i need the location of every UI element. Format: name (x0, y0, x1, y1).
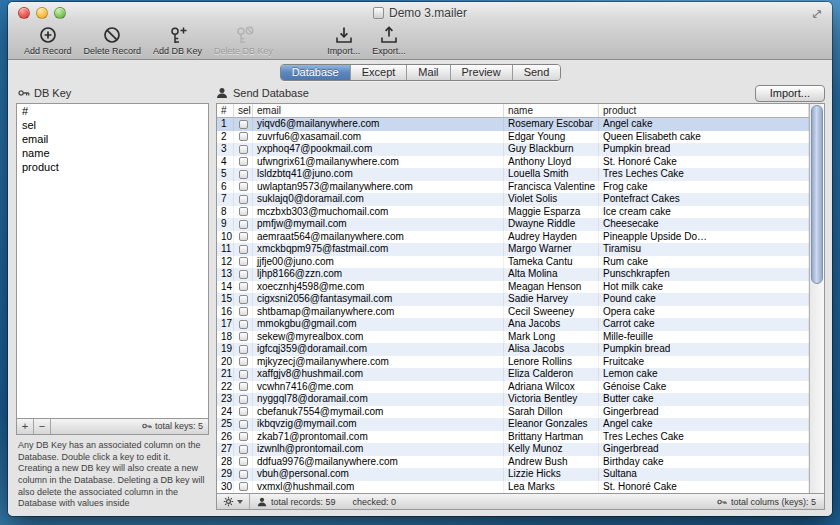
add-record-button[interactable]: Add Record (18, 25, 78, 56)
row-checkbox[interactable] (239, 232, 248, 241)
delete-record-button[interactable]: Delete Record (78, 25, 148, 56)
row-checkbox[interactable] (239, 407, 248, 416)
column-header-num[interactable]: # (217, 104, 234, 117)
delete-db-key-button[interactable]: Delete DB Key (208, 25, 279, 56)
tab-database[interactable]: Database (281, 65, 351, 80)
db-key-item[interactable]: product (17, 160, 208, 174)
row-checkbox[interactable] (239, 132, 248, 141)
table-row[interactable]: 17mmokgbu@gmail.comAna JacobsCarrot cake (217, 318, 809, 331)
row-checkbox[interactable] (239, 395, 248, 404)
row-checkbox[interactable] (239, 345, 248, 354)
column-header-sel[interactable]: sel (234, 104, 253, 117)
row-checkbox[interactable] (239, 432, 248, 441)
minimize-button[interactable] (36, 7, 48, 19)
table-row[interactable]: 14xoecznhj4598@me.comMeagan HensonHot mi… (217, 281, 809, 294)
actions-menu-button[interactable] (217, 494, 250, 509)
person-icon (216, 87, 228, 99)
table-row[interactable]: 25ikbqvzig@mymail.comEleanor GonzalesAng… (217, 418, 809, 431)
table-row[interactable]: 8mczbxb303@muchomail.comMaggie EsparzaIc… (217, 206, 809, 219)
zoom-button[interactable] (54, 7, 66, 19)
row-checkbox[interactable] (239, 270, 248, 279)
tab-preview[interactable]: Preview (451, 65, 513, 80)
row-checkbox[interactable] (239, 282, 248, 291)
table-row[interactable]: 12jjfje00@juno.comTameka CantuRum cake (217, 256, 809, 269)
table-row[interactable]: 3yxphoq47@pookmail.comGuy BlackburnPumpk… (217, 143, 809, 156)
column-header-product[interactable]: product (599, 104, 809, 117)
row-checkbox[interactable] (239, 195, 248, 204)
remove-key-button[interactable]: − (34, 419, 51, 434)
scrollbar-thumb[interactable] (811, 105, 823, 284)
table-row[interactable]: 13ljhp8166@zzn.comAlta MolinaPunschkrapf… (217, 268, 809, 281)
row-number: 29 (217, 468, 234, 481)
table-row[interactable]: 1yiqvd6@mailanywhere.comRosemary Escobar… (217, 118, 809, 131)
table-row[interactable]: 22vcwhn7416@me.comAdriana WilcoxGénoise … (217, 381, 809, 394)
row-checkbox[interactable] (239, 182, 248, 191)
table-row[interactable]: 26zkab71@prontomail.comBrittany HartmanT… (217, 431, 809, 444)
table-row[interactable]: 15cigxsni2056@fantasymail.comSadie Harve… (217, 293, 809, 306)
tab-mail[interactable]: Mail (407, 65, 450, 80)
db-key-item[interactable]: sel (17, 118, 208, 132)
table-row[interactable]: 21xaffgjv8@hushmail.comEliza CalderonLem… (217, 368, 809, 381)
row-checkbox[interactable] (239, 295, 248, 304)
close-button[interactable] (18, 7, 30, 19)
table-row[interactable]: 19igfcqj359@doramail.comAlisa JacobsPump… (217, 343, 809, 356)
table-row[interactable]: 28ddfua9976@mailanywhere.comAndrew BushB… (217, 456, 809, 469)
table-row[interactable]: 20mjkyzecj@mailanywhere.comLenore Rollin… (217, 356, 809, 369)
row-checkbox[interactable] (239, 445, 248, 454)
table-row[interactable]: 6uwlaptan9573@mailanywhere.comFrancisca … (217, 181, 809, 194)
row-checkbox[interactable] (239, 457, 248, 466)
column-header-name[interactable]: name (504, 104, 599, 117)
row-checkbox[interactable] (239, 482, 248, 491)
toolbar-button-label: Add Record (24, 46, 72, 56)
add-key-button[interactable]: + (17, 419, 34, 434)
cell-name: Alisa Jacobs (504, 343, 599, 356)
row-checkbox[interactable] (239, 245, 248, 254)
import-button[interactable]: Import... (755, 85, 825, 102)
table-row[interactable]: 23nyggql78@doramail.comVictoria BentleyB… (217, 393, 809, 406)
table-row[interactable]: 24cbefanuk7554@mymail.comSarah DillonGin… (217, 406, 809, 419)
db-key-item[interactable]: name (17, 146, 208, 160)
table-row[interactable]: 7suklajq0@doramail.comViolet SolisPontef… (217, 193, 809, 206)
row-checkbox[interactable] (239, 357, 248, 366)
cell-name: Andrew Bush (504, 456, 599, 469)
export-button-toolbar[interactable]: Export... (366, 25, 412, 56)
db-key-item[interactable]: email (17, 132, 208, 146)
tab-except[interactable]: Except (351, 65, 408, 80)
row-checkbox[interactable] (239, 145, 248, 154)
import-button-toolbar[interactable]: Import... (321, 25, 366, 56)
table-row[interactable]: 16shtbamap@mailanywhere.comCecil Sweeney… (217, 306, 809, 319)
row-checkbox[interactable] (239, 370, 248, 379)
row-checkbox[interactable] (239, 332, 248, 341)
vertical-scrollbar[interactable] (809, 104, 824, 493)
row-checkbox[interactable] (239, 170, 248, 179)
table-row[interactable]: 4ufwngrix61@mailanywhere.comAnthony Lloy… (217, 156, 809, 169)
row-checkbox[interactable] (239, 320, 248, 329)
table-row[interactable]: 27izwnlh@prontomail.comKelly MunozGinger… (217, 443, 809, 456)
table-row[interactable]: 30vxmxl@hushmail.comLea MarksSt. Honoré … (217, 481, 809, 494)
table-row[interactable]: 9pmfjw@mymail.comDwayne RiddleCheesecake (217, 218, 809, 231)
fullscreen-icon[interactable] (810, 7, 824, 21)
column-header-email[interactable]: email (253, 104, 504, 117)
table-row[interactable]: 5lsldzbtq41@juno.comLouella SmithTres Le… (217, 168, 809, 181)
row-checkbox[interactable] (239, 470, 248, 479)
row-checkbox[interactable] (239, 220, 248, 229)
row-checkbox[interactable] (239, 120, 248, 129)
cell-product: Tres Leches Cake (599, 168, 809, 181)
table-row[interactable]: 11xmckbqpm975@fastmail.comMargo WarnerTi… (217, 243, 809, 256)
table-row[interactable]: 10aemraat564@mailanywhere.comAudrey Hayd… (217, 231, 809, 244)
row-checkbox[interactable] (239, 307, 248, 316)
tab-send[interactable]: Send (513, 65, 561, 80)
row-checkbox[interactable] (239, 257, 248, 266)
table-row[interactable]: 29vbuh@personal.comLizzie HicksSultana (217, 468, 809, 481)
titlebar[interactable]: Demo 3.mailer (8, 2, 832, 24)
table-row[interactable]: 18sekew@myrealbox.comMark LongMille-feui… (217, 331, 809, 344)
add-db-key-button[interactable]: Add DB Key (147, 25, 208, 56)
row-checkbox[interactable] (239, 207, 248, 216)
row-checkbox[interactable] (239, 157, 248, 166)
row-checkbox[interactable] (239, 420, 248, 429)
db-key-item[interactable]: # (17, 104, 208, 118)
cell-product: Tres Leches Cake (599, 431, 809, 444)
title-area: Demo 3.mailer (8, 2, 832, 24)
table-row[interactable]: 2zuvrfu6@xasamail.comEdgar YoungQueen El… (217, 131, 809, 144)
row-checkbox[interactable] (239, 382, 248, 391)
